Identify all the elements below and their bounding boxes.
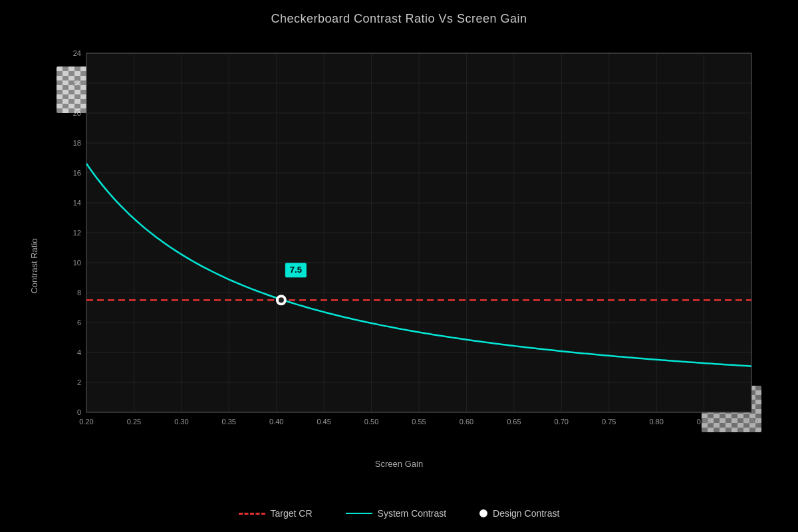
svg-text:0.25: 0.25 xyxy=(127,418,141,426)
svg-text:0.50: 0.50 xyxy=(364,418,378,426)
svg-text:20: 20 xyxy=(73,109,81,117)
svg-text:8: 8 xyxy=(77,289,81,297)
chart-svg: 0246810121416182022240.200.250.300.350.4… xyxy=(53,40,765,446)
chart-title: Checkerboard Contrast Ratio Vs Screen Ga… xyxy=(0,0,798,26)
chart-container: Checkerboard Contrast Ratio Vs Screen Ga… xyxy=(0,0,798,532)
svg-text:2: 2 xyxy=(77,378,81,386)
svg-text:12: 12 xyxy=(73,229,81,237)
svg-text:16: 16 xyxy=(73,169,81,177)
svg-text:18: 18 xyxy=(73,139,81,147)
svg-text:0.85: 0.85 xyxy=(697,418,711,426)
design-contrast-dot-icon xyxy=(479,509,487,517)
svg-text:0.60: 0.60 xyxy=(460,418,473,426)
svg-text:0.55: 0.55 xyxy=(412,418,426,426)
svg-text:4: 4 xyxy=(77,348,81,356)
svg-text:0.80: 0.80 xyxy=(649,418,663,426)
x-axis-label: Screen Gain xyxy=(0,459,798,469)
svg-text:0: 0 xyxy=(77,408,81,416)
system-contrast-label: System Contrast xyxy=(378,508,446,519)
design-contrast-label: Design Contrast xyxy=(493,508,559,519)
svg-text:0.65: 0.65 xyxy=(507,418,521,426)
chart-legend: Target CR System Contrast Design Contras… xyxy=(0,508,798,519)
svg-text:24: 24 xyxy=(73,49,81,57)
svg-text:7.5: 7.5 xyxy=(290,265,302,275)
svg-text:0.20: 0.20 xyxy=(79,418,93,426)
svg-text:0.35: 0.35 xyxy=(222,418,236,426)
svg-text:0.40: 0.40 xyxy=(269,418,283,426)
svg-text:0.45: 0.45 xyxy=(317,418,331,426)
svg-text:14: 14 xyxy=(73,199,81,207)
svg-text:0.90: 0.90 xyxy=(744,418,758,426)
legend-target-cr: Target CR xyxy=(239,508,313,519)
svg-point-70 xyxy=(279,297,284,303)
svg-text:22: 22 xyxy=(73,79,81,87)
svg-text:0.75: 0.75 xyxy=(602,418,616,426)
svg-text:10: 10 xyxy=(73,259,81,267)
target-cr-line-icon xyxy=(239,513,265,515)
target-cr-label: Target CR xyxy=(271,508,313,519)
svg-text:0.70: 0.70 xyxy=(555,418,569,426)
legend-design-contrast: Design Contrast xyxy=(479,508,559,519)
svg-text:6: 6 xyxy=(77,319,81,327)
legend-system-contrast: System Contrast xyxy=(346,508,446,519)
svg-text:0.30: 0.30 xyxy=(174,418,188,426)
system-contrast-line-icon xyxy=(346,513,372,514)
chart-plot-area: 0246810121416182022240.200.250.300.350.4… xyxy=(53,40,765,446)
y-axis-label: Contrast Ratio xyxy=(29,238,39,293)
